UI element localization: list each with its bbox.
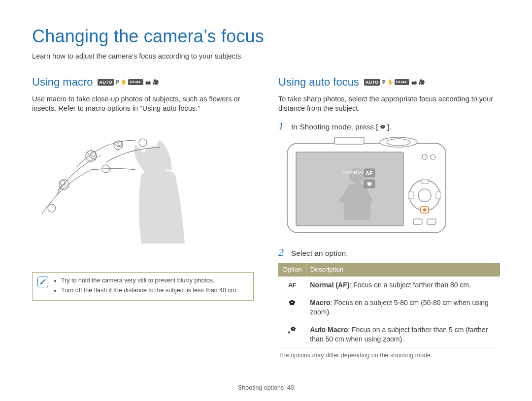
mode-auto-icon: AUTO [364, 79, 380, 86]
step-1-pre: In Shooting mode, press [ [291, 123, 378, 131]
mode-dual-icon: DUAL [395, 79, 409, 86]
col-option: Option [278, 263, 306, 277]
option-icon-macro [278, 294, 306, 321]
mode-dual-icon: DUAL [128, 79, 143, 86]
footer-page-number: 40 [287, 384, 294, 391]
options-table: Option Description AF Normal (AF): Focus… [278, 263, 500, 348]
svg-point-10 [41, 282, 42, 284]
table-row: AF Normal (AF): Focus on a subject farth… [278, 277, 500, 294]
table-row: A Auto Macro: Focus on a subject farther… [278, 321, 500, 348]
column-left: Using macro AUTO P DUAL Use macro to tak… [32, 75, 254, 359]
column-right: Using auto focus AUTO P DUAL To take sha… [278, 75, 500, 359]
mode-p-icon: P [382, 78, 385, 86]
step-number: 1 [278, 121, 286, 131]
note-bullet: Turn off the flash if the distance to th… [61, 286, 238, 295]
svg-point-56 [293, 328, 294, 330]
camera-diagram: Normal (AF) AF [285, 136, 500, 237]
svg-point-29 [369, 184, 371, 185]
section-heading-macro: Using macro AUTO P DUAL [32, 75, 254, 90]
note-box: Try to hold the camera very still to pre… [32, 272, 254, 301]
table-row: Macro: Focus on a subject 5-80 cm (50-80… [278, 294, 500, 321]
svg-point-6 [118, 142, 122, 146]
option-icon-normal-af: AF [278, 277, 306, 294]
page-footer: Shooting options 40 [0, 384, 532, 392]
svg-rect-34 [421, 180, 428, 184]
step-2-text: Select an option. [291, 248, 348, 259]
flower-button-icon [378, 123, 387, 131]
svg-rect-44 [427, 219, 436, 224]
step-1-post: ]. [387, 123, 392, 131]
autofocus-paragraph: To take sharp photos, select the appropr… [278, 94, 500, 114]
step-2: 2 Select an option. [278, 247, 500, 259]
mode-strip-macro: AUTO P DUAL [98, 78, 158, 86]
mode-camera-icon [145, 79, 151, 86]
mode-movie-icon [419, 79, 425, 86]
macro-paragraph: Use macro to take close-up photos of sub… [32, 94, 254, 114]
auto-flower-icon: A [287, 325, 297, 335]
svg-point-9 [48, 204, 56, 212]
step-number: 2 [278, 247, 286, 258]
mode-p-icon: P [116, 78, 119, 86]
note-icon [37, 277, 48, 287]
camera-back-svg: Normal (AF) AF [285, 136, 448, 235]
footer-section: Shooting options [238, 384, 284, 391]
step-1: 1 In Shooting mode, press []. [278, 121, 500, 132]
col-description: Description [306, 263, 500, 277]
screen-label: Normal (AF) [343, 170, 366, 175]
flower-icon [288, 298, 297, 307]
svg-point-42 [424, 210, 426, 211]
option-desc: Normal (AF): Focus on a subject farther … [306, 277, 500, 294]
svg-rect-37 [436, 192, 441, 199]
option-desc: Macro: Focus on a subject 5-80 cm (50-80… [306, 294, 500, 321]
macro-illustration [32, 121, 254, 263]
svg-point-16 [382, 126, 383, 127]
note-bullets: Try to hold the camera very still to pre… [53, 277, 238, 296]
options-footnote: The options may differ depending on the … [278, 351, 500, 360]
svg-point-7 [139, 139, 147, 147]
intro-text: Learn how to adjust the camera's focus a… [32, 52, 500, 62]
screen-af-badge: AF [366, 170, 373, 176]
mode-auto-icon: AUTO [98, 79, 114, 86]
mode-hand-icon [121, 80, 126, 85]
svg-rect-43 [413, 219, 422, 224]
option-icon-auto-macro: A [278, 321, 306, 348]
mode-movie-icon [153, 79, 159, 86]
heading-label: Using auto focus [278, 75, 359, 90]
note-bullet: Try to hold the camera very still to pre… [61, 277, 238, 285]
option-desc: Auto Macro: Focus on a subject farther t… [306, 321, 500, 348]
af-icon: AF [288, 281, 296, 289]
illustration-svg [32, 121, 244, 263]
two-column-layout: Using macro AUTO P DUAL Use macro to tak… [32, 75, 500, 359]
mode-camera-icon [411, 79, 417, 86]
svg-text:A: A [288, 330, 291, 335]
svg-point-20 [387, 139, 410, 146]
step-1-text: In Shooting mode, press []. [291, 122, 391, 132]
manual-page: Changing the camera’s focus Learn how to… [0, 0, 532, 401]
svg-rect-36 [408, 192, 413, 199]
svg-rect-18 [334, 137, 364, 144]
mode-hand-icon [388, 80, 393, 85]
mode-strip-autofocus: AUTO P DUAL [364, 78, 425, 86]
svg-point-50 [292, 302, 293, 303]
heading-label: Using macro [32, 75, 93, 90]
page-title: Changing the camera’s focus [32, 25, 500, 49]
section-heading-autofocus: Using auto focus AUTO P DUAL [278, 75, 500, 90]
